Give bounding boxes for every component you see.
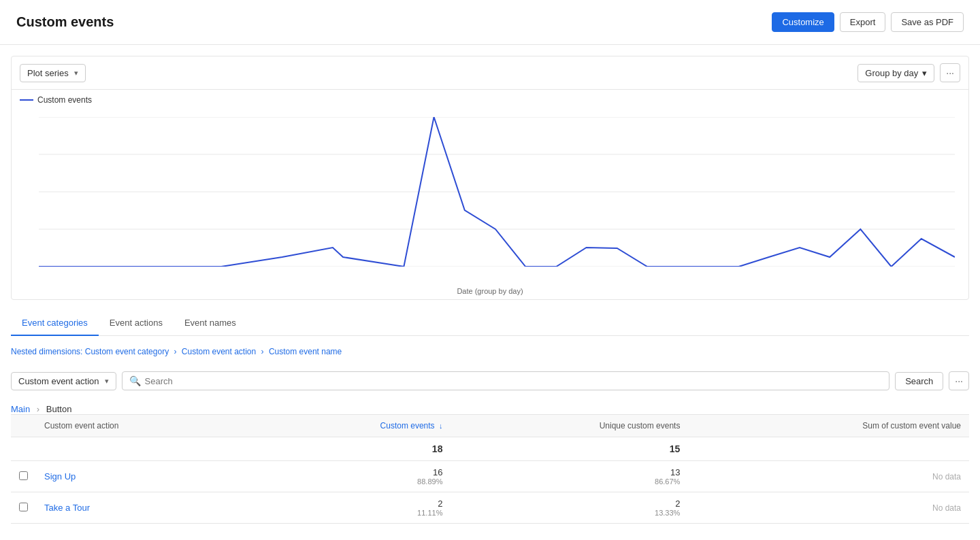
page-header: Custom events Customize Export Save as P… (0, 0, 980, 45)
table-col-sum: Sum of custom event value (688, 415, 969, 437)
row-events-signup: 16 88.89% (258, 461, 451, 492)
chart-x-axis-label: Date (group by day) (12, 287, 968, 299)
row-unique-value-signup: 13 (670, 467, 680, 477)
row-action-tour[interactable]: Take a Tour (36, 492, 258, 524)
export-button[interactable]: Export (840, 12, 886, 32)
table-col-unique: Unique custom events (451, 415, 688, 437)
total-unique-cell: 15 (451, 437, 688, 461)
chart-area: 8 6 4 2 0 1/May 3/May 5/May 7/May 9/May … (12, 110, 968, 287)
tab-event-actions[interactable]: Event actions (99, 311, 174, 336)
breadcrumb-main[interactable]: Main (11, 404, 30, 414)
total-action-cell (36, 437, 258, 461)
table-col-events[interactable]: Custom events ↓ (258, 415, 451, 437)
group-by-dropdown[interactable]: Group by day ▾ (858, 64, 934, 82)
chart-toolbar-left: Plot series ▾ (20, 64, 86, 82)
row-unique-pct-signup: 86.67% (459, 477, 680, 486)
legend-line-icon (20, 99, 33, 101)
search-input[interactable] (145, 376, 883, 386)
nested-dims-prefix: Nested dimensions: (11, 347, 85, 356)
row-checkbox-signup[interactable] (11, 461, 36, 492)
legend-label: Custom events (37, 95, 92, 105)
row-checkbox-input-tour[interactable] (19, 503, 28, 511)
nested-dimensions: Nested dimensions: Custom event category… (11, 343, 969, 365)
row-events-pct-signup: 88.89% (266, 477, 442, 486)
nested-dim-2[interactable]: Custom event action (182, 347, 256, 356)
tab-event-names[interactable]: Event names (174, 311, 247, 336)
breadcrumb-separator: › (37, 404, 39, 414)
sort-icon: ↓ (439, 422, 443, 430)
row-events-value-signup: 16 (433, 467, 442, 477)
table-header-row: Custom event action Custom events ↓ Uniq… (11, 415, 969, 437)
nested-dim-1[interactable]: Custom event category (85, 347, 169, 356)
page-title: Custom events (16, 14, 114, 30)
search-button[interactable]: Search (895, 372, 943, 390)
row-unique-value-tour: 2 (675, 499, 680, 509)
header-actions: Customize Export Save as PDF (772, 12, 964, 32)
nested-sep-1: › (174, 347, 178, 356)
row-events-tour: 2 11.11% (258, 492, 451, 524)
row-unique-signup: 13 86.67% (451, 461, 688, 492)
nested-sep-2: › (261, 347, 266, 356)
row-events-pct-tour: 11.11% (266, 509, 442, 517)
search-icon: 🔍 (129, 375, 141, 386)
plot-series-arrow-icon: ▾ (74, 69, 78, 78)
total-events-cell: 18 (258, 437, 451, 461)
customize-button[interactable]: Customize (772, 12, 834, 32)
nested-dim-3[interactable]: Custom event name (269, 347, 342, 356)
bottom-section: Event categories Event actions Event nam… (11, 311, 969, 524)
filter-section: Custom event action ▾ 🔍 Search ··· (11, 365, 969, 397)
dimension-arrow-icon: ▾ (105, 377, 109, 386)
save-pdf-button[interactable]: Save as PDF (891, 12, 964, 32)
row-unique-tour: 2 13.33% (451, 492, 688, 524)
row-sum-tour: No data (688, 492, 969, 524)
row-sum-signup: No data (688, 461, 969, 492)
breadcrumb-nav: Main › Button (11, 397, 969, 414)
row-action-signup[interactable]: Sign Up (36, 461, 258, 492)
chart-toolbar: Plot series ▾ Group by day ▾ ··· (12, 56, 968, 90)
chart-toolbar-right: Group by day ▾ ··· (858, 63, 960, 82)
row-checkbox-tour[interactable] (11, 492, 36, 524)
tabs-container: Event categories Event actions Event nam… (11, 311, 969, 336)
chart-section: Plot series ▾ Group by day ▾ ··· Custom … (11, 56, 969, 300)
table-col-action: Custom event action (36, 415, 258, 437)
tab-event-categories[interactable]: Event categories (11, 311, 99, 336)
chart-more-options-button[interactable]: ··· (940, 63, 960, 82)
dimension-dropdown[interactable]: Custom event action ▾ (11, 372, 116, 390)
breadcrumb-current: Button (46, 404, 72, 414)
chart-legend: Custom events (12, 90, 968, 110)
dimension-label: Custom event action (18, 376, 99, 386)
table-row: Sign Up 16 88.89% 13 86.67% No data (11, 461, 969, 492)
row-events-value-tour: 2 (438, 499, 442, 509)
plot-series-dropdown[interactable]: Plot series ▾ (20, 64, 86, 82)
plot-series-label: Plot series (27, 68, 69, 78)
chart-svg: 8 6 4 2 0 1/May 3/May 5/May 7/May 9/May … (39, 117, 955, 267)
group-by-label: Group by day (865, 68, 918, 78)
total-checkbox-cell (11, 437, 36, 461)
table-more-options-button[interactable]: ··· (949, 371, 969, 390)
table-row: Take a Tour 2 11.11% 2 13.33% No data (11, 492, 969, 524)
row-checkbox-input-signup[interactable] (19, 471, 28, 480)
row-unique-pct-tour: 13.33% (459, 509, 680, 517)
search-wrapper: 🔍 (122, 371, 890, 390)
table-col-checkbox (11, 415, 36, 437)
total-sum-cell (688, 437, 969, 461)
group-by-arrow-icon: ▾ (922, 68, 927, 78)
data-table: Custom event action Custom events ↓ Uniq… (11, 414, 969, 524)
table-total-row: 18 15 (11, 437, 969, 461)
